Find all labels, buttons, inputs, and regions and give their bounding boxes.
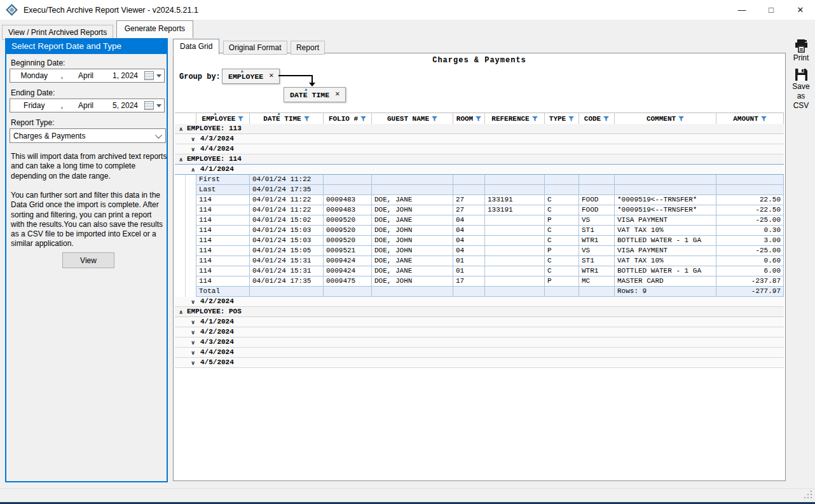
column-header-guest-name[interactable]: GUEST NAME xyxy=(372,113,453,124)
filter-icon[interactable] xyxy=(476,116,481,121)
data-row[interactable]: 11404/01/24 15:020009520DOE, JANE04PVSVI… xyxy=(175,215,784,226)
tab-generate-reports[interactable]: Generate Reports xyxy=(116,20,193,38)
window-title: Execu/Tech Archive Report Viewer - v2024… xyxy=(24,6,198,15)
chevron-down-icon[interactable] xyxy=(156,104,161,107)
filter-icon[interactable] xyxy=(761,116,767,121)
cell: 6.00 xyxy=(716,266,784,276)
expand-icon[interactable]: ∨ xyxy=(191,348,195,358)
column-label: REFERENCE xyxy=(491,115,529,123)
cell: DOE, JOHN xyxy=(372,236,453,246)
cell: VISA PAYMENT xyxy=(615,215,716,226)
group-row[interactable]: ∧EMPLOYEE: POS xyxy=(175,307,784,317)
group-row[interactable]: ∨4/3/2024 xyxy=(175,134,784,144)
column-header-employee[interactable]: ▲EMPLOYEE xyxy=(196,113,250,124)
group-row[interactable]: ∨4/3/2024 xyxy=(175,337,784,348)
group-row[interactable]: ∨4/4/2024 xyxy=(175,348,784,358)
data-row[interactable]: 11404/01/24 17:350009475DOE, JOHN17PMCMA… xyxy=(175,276,784,287)
column-header-code[interactable]: CODE xyxy=(579,113,615,124)
remove-group-icon[interactable]: ✕ xyxy=(335,89,339,99)
print-button[interactable]: Print xyxy=(788,39,814,63)
data-row[interactable]: 11404/01/24 11:220009483DOE, JANE2713319… xyxy=(175,195,784,205)
expand-icon[interactable]: ∨ xyxy=(191,145,195,154)
resize-grip[interactable] xyxy=(811,497,812,498)
column-header-amount[interactable]: AMOUNT xyxy=(716,113,784,124)
cell: 114 xyxy=(196,236,250,246)
calendar-icon[interactable] xyxy=(144,101,154,110)
cell: 04/01/24 15:02 xyxy=(250,215,324,226)
collapse-icon[interactable]: ∧ xyxy=(179,125,183,134)
group-label: EMPLOYEE: 114 xyxy=(187,155,242,163)
data-row[interactable]: 11404/01/24 15:050009521DOE, JOHN04PVSVI… xyxy=(175,246,784,256)
group-row[interactable]: ∨4/2/2024 xyxy=(175,297,784,307)
cell: Rows: 9 xyxy=(615,287,716,297)
tab-report[interactable]: Report xyxy=(291,41,325,55)
column-header-date-time[interactable]: ▲DATE TIME xyxy=(250,113,324,124)
chevron-down-icon[interactable] xyxy=(156,74,161,78)
data-row[interactable]: 11404/01/24 15:030009520DOE, JOHN04CST1V… xyxy=(175,226,784,236)
column-header-reference[interactable]: REFERENCE xyxy=(485,113,545,124)
group-row[interactable]: ∧EMPLOYEE: 114 xyxy=(175,154,784,165)
cell: DOE, JOHN xyxy=(372,205,453,215)
collapse-icon[interactable]: ∧ xyxy=(179,155,183,165)
collapse-icon[interactable]: ∧ xyxy=(191,165,195,175)
tab-data-grid[interactable]: Data Grid xyxy=(173,39,219,55)
row-indent xyxy=(175,246,196,256)
group-row[interactable]: ∨4/4/2024 xyxy=(175,144,784,154)
save-label: Save as CSV xyxy=(790,82,812,111)
minimize-button[interactable]: — xyxy=(727,0,757,20)
beginning-date-picker[interactable]: Monday , April 1, 2024 xyxy=(10,69,165,83)
close-button[interactable]: ✕ xyxy=(786,0,815,20)
filter-icon[interactable] xyxy=(432,116,437,121)
filter-icon[interactable] xyxy=(304,116,310,121)
expand-icon[interactable]: ∨ xyxy=(191,328,195,337)
filter-icon[interactable] xyxy=(568,116,574,121)
group-chip-employee[interactable]: ▲ EMPLOYEE ✕ xyxy=(222,69,280,84)
row-indent xyxy=(175,287,196,297)
calendar-icon[interactable] xyxy=(144,71,154,80)
cell xyxy=(485,226,545,236)
filter-icon[interactable] xyxy=(532,116,538,121)
expand-icon[interactable]: ∨ xyxy=(191,318,195,327)
expand-icon[interactable]: ∨ xyxy=(191,358,195,368)
collapse-icon[interactable]: ∧ xyxy=(179,308,183,317)
group-label: 4/1/2024 xyxy=(200,165,234,173)
cell: MASTER CARD xyxy=(615,276,716,287)
data-row[interactable]: 11404/01/24 15:310009424DOE, JANE01CWTR1… xyxy=(175,266,784,276)
column-header-folio-[interactable]: FOLIO # xyxy=(324,113,372,124)
group-row[interactable]: ∨4/1/2024 xyxy=(175,317,784,327)
column-header-comment[interactable]: COMMENT xyxy=(615,113,716,124)
cell: 114 xyxy=(196,276,250,287)
group-row[interactable]: ∧4/1/2024 xyxy=(175,165,784,175)
group-row[interactable]: ∨4/2/2024 xyxy=(175,327,784,337)
date-month: April xyxy=(65,101,106,110)
expand-icon[interactable]: ∨ xyxy=(191,135,195,144)
data-row[interactable]: 11404/01/24 15:310009424DOE, JANE01CST1V… xyxy=(175,256,784,266)
filter-icon[interactable] xyxy=(360,116,366,121)
cell: -237.87 xyxy=(716,276,784,287)
total-row: TotalRows: 9-277.97 xyxy=(175,287,784,297)
cell xyxy=(485,175,545,185)
group-row[interactable]: ∧EMPLOYEE: 113 xyxy=(175,124,784,134)
report-options-panel: Select Report Date and Type Beginning Da… xyxy=(5,38,168,482)
column-header-room[interactable]: ROOM xyxy=(453,113,485,124)
expand-icon[interactable]: ∨ xyxy=(191,297,195,307)
report-type-select[interactable]: Charges & Payments xyxy=(10,128,166,143)
cell: -277.97 xyxy=(716,287,784,297)
maximize-button[interactable]: □ xyxy=(757,0,786,20)
cell: 04/01/24 15:31 xyxy=(250,266,324,276)
save-as-csv-button[interactable]: Save as CSV xyxy=(788,68,814,111)
remove-group-icon[interactable]: ✕ xyxy=(269,71,273,81)
group-chip-date-time[interactable]: ▲ DATE TIME ✕ xyxy=(284,87,346,102)
filter-icon[interactable] xyxy=(238,116,243,121)
ending-date-picker[interactable]: Friday , April 5, 2024 xyxy=(10,99,165,112)
column-label: CODE xyxy=(584,115,601,123)
view-button[interactable]: View xyxy=(62,252,114,268)
filter-icon[interactable] xyxy=(678,116,684,121)
filter-icon[interactable] xyxy=(603,116,609,121)
tab-original-format[interactable]: Original Format xyxy=(223,41,287,55)
column-header-type[interactable]: TYPE xyxy=(545,113,579,124)
group-row[interactable]: ∨4/5/2024 xyxy=(175,358,784,368)
expand-icon[interactable]: ∨ xyxy=(191,338,195,348)
data-row[interactable]: 11404/01/24 15:030009520DOE, JOHN04CWTR1… xyxy=(175,236,784,246)
data-row[interactable]: 11404/01/24 11:220009483DOE, JOHN2713319… xyxy=(175,205,784,215)
